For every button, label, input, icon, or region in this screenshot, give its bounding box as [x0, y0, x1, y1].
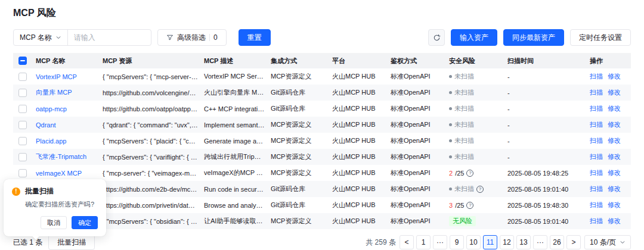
platform-cell: 火山MCP HUB [332, 104, 391, 113]
scan-action-link[interactable]: 扫描 [590, 217, 603, 226]
scan-action-link[interactable]: 扫描 [590, 201, 603, 210]
risk-total: /25 [455, 170, 464, 177]
edit-action-link[interactable]: 修改 [608, 185, 621, 193]
page-number-button[interactable]: 1 [416, 235, 431, 249]
edit-action-link[interactable]: 修改 [608, 168, 621, 177]
select-all-checkbox[interactable] [18, 57, 27, 65]
row-checkbox[interactable] [18, 73, 27, 81]
security-risk-cell: 3/25? [449, 202, 507, 209]
advanced-filter-label: 高级筛选 [177, 33, 206, 43]
row-actions-cell: 扫描修改 [590, 201, 631, 210]
mcp-name-link[interactable]: oatpp-mcp [36, 105, 103, 112]
security-risk-cell: 未扫描 [449, 136, 507, 145]
row-checkbox[interactable] [18, 169, 27, 177]
column-header: 操作 [590, 57, 631, 65]
search-field-select[interactable]: MCP 名称 [14, 30, 68, 45]
mcp-resource-cell: { "mcpServers": { "obsidian": { "command… [103, 218, 204, 225]
cron-setting-button[interactable]: 定时任务设置 [570, 29, 631, 46]
safe-badge: 无风险 [449, 216, 476, 226]
help-circle-icon[interactable]: ? [476, 186, 484, 193]
confirm-button[interactable]: 确定 [72, 216, 98, 229]
mcp-resource-cell: https://github.com/privetin/dataset-view… [103, 202, 204, 209]
edit-action-link[interactable]: 修改 [608, 88, 621, 97]
row-actions-cell: 扫描修改 [590, 136, 631, 145]
scan-action-link[interactable]: 扫描 [590, 152, 603, 161]
search-input[interactable] [68, 30, 151, 45]
sync-asset-button[interactable]: 同步最新资产 [503, 29, 564, 46]
mcp-resource-cell: { "mcpServers": { "variflight": { "comma… [103, 154, 204, 161]
page-number-button[interactable]: 12 [500, 235, 514, 249]
security-risk-cell: 未扫描 [449, 120, 507, 129]
help-circle-icon[interactable]: ? [466, 170, 473, 177]
scan-action-link[interactable]: 扫描 [590, 120, 603, 129]
risk-label: 未扫描 [454, 152, 474, 161]
page-size-select[interactable]: 10 条/页 [584, 235, 631, 249]
row-checkbox[interactable] [18, 137, 27, 145]
platform-cell: 火山MCP HUB [332, 120, 391, 129]
advanced-filter-button[interactable]: 高级筛选 0 [157, 29, 227, 46]
column-header: 鉴权方式 [391, 57, 449, 65]
mcp-description-cell: Run code in secure san... [204, 186, 271, 193]
mcp-resource-cell: { "qdrant": { "command": "uvx", "args": … [103, 121, 204, 129]
auth-type-cell: 标准OpenAPI [391, 217, 449, 226]
edit-action-link[interactable]: 修改 [608, 136, 621, 145]
advanced-filter-count: 0 [213, 33, 218, 42]
mcp-name-link[interactable]: 飞常准-Tripmatch [36, 152, 103, 161]
page-number-button[interactable]: 11 [483, 235, 497, 249]
row-checkbox[interactable] [18, 105, 27, 113]
edit-action-link[interactable]: 修改 [608, 217, 621, 226]
mcp-name-link[interactable]: Placid.app [36, 138, 103, 145]
mcp-resource-cell: https://github.com/volcengine/mcp-server… [103, 89, 204, 96]
status-dot-icon [449, 91, 452, 94]
batch-scan-button[interactable]: 批量扫描 [48, 235, 95, 250]
row-checkbox[interactable] [18, 121, 27, 129]
row-checkbox[interactable] [18, 89, 27, 97]
prev-page-button[interactable]: < [400, 235, 414, 249]
row-checkbox-cell [13, 73, 36, 81]
pages-ellipsis-button[interactable]: ··· [533, 235, 547, 249]
mcp-description-cell: 跨城出行就用Tripmatch... [204, 152, 271, 161]
mcp-name-link[interactable]: veImageX MCP [36, 170, 103, 177]
edit-action-link[interactable]: 修改 [608, 120, 621, 129]
platform-cell: 火山MCP HUB [332, 72, 391, 81]
integration-type-cell: MCP资源定义 [271, 136, 332, 145]
scan-action-link[interactable]: 扫描 [590, 136, 603, 145]
popconfirm-message: 确定要扫描所选资产吗? [25, 200, 98, 209]
edit-action-link[interactable]: 修改 [608, 104, 621, 113]
scan-action-link[interactable]: 扫描 [590, 88, 603, 97]
status-dot-icon [449, 155, 452, 158]
help-circle-icon[interactable]: ? [466, 202, 473, 209]
mcp-name-link[interactable]: VortexIP MCP [36, 73, 103, 80]
platform-cell: 火山MCP HUB [332, 152, 391, 161]
column-header: MCP 名称 [36, 57, 103, 65]
scan-action-link[interactable]: 扫描 [590, 72, 603, 81]
next-page-button[interactable]: > [566, 235, 581, 249]
edit-action-link[interactable]: 修改 [608, 72, 621, 81]
mcp-name-link[interactable]: 向量库 MCP [36, 88, 103, 97]
row-checkbox[interactable] [18, 153, 27, 161]
pages-ellipsis-button[interactable]: ··· [433, 235, 447, 249]
edit-action-link[interactable]: 修改 [608, 201, 621, 210]
mcp-name-link[interactable]: Qdrant [36, 121, 103, 129]
integration-type-cell: MCP资源定义 [271, 217, 332, 226]
auth-type-cell: 标准OpenAPI [391, 72, 449, 81]
cancel-button[interactable]: 取消 [41, 216, 67, 229]
scan-action-link[interactable]: 扫描 [590, 104, 603, 113]
status-dot-icon [449, 75, 452, 78]
page-number-button[interactable]: 9 [450, 235, 464, 249]
reset-button[interactable]: 重置 [239, 29, 271, 46]
page-number-button[interactable]: 13 [516, 235, 531, 249]
pagination: 共 259 条 <1···910111213···26> 10 条/页 [366, 235, 631, 249]
import-asset-button[interactable]: 输入资产 [451, 29, 497, 46]
edit-action-link[interactable]: 修改 [608, 152, 621, 161]
scan-action-link[interactable]: 扫描 [590, 168, 603, 177]
status-dot-icon [449, 188, 452, 190]
page-number-button[interactable]: 10 [466, 235, 481, 249]
toolbar-left: MCP 名称 高级筛选 0 重置 [13, 29, 271, 46]
security-risk-cell: 未扫描 [449, 152, 507, 161]
page-number-button[interactable]: 26 [550, 235, 564, 249]
popconfirm-title: 批量扫描 [25, 186, 54, 196]
scan-action-link[interactable]: 扫描 [590, 185, 603, 193]
refresh-button[interactable] [428, 29, 445, 46]
auth-type-cell: 标准OpenAPI [391, 201, 449, 210]
